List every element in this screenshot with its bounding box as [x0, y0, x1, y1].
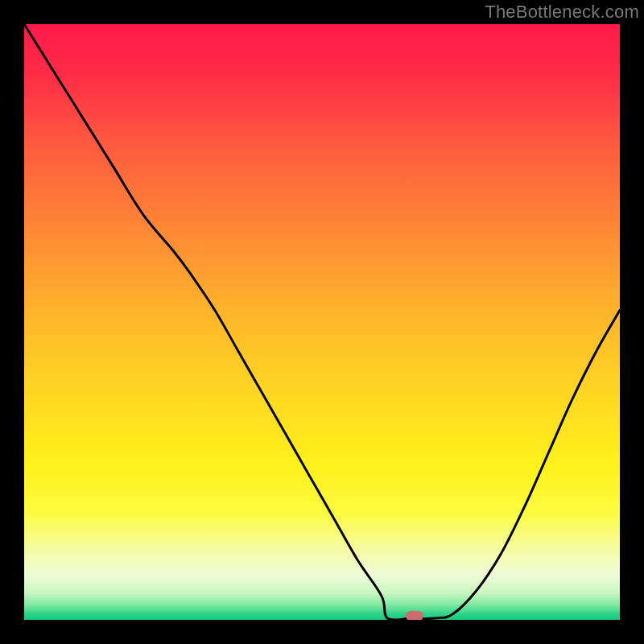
plot-area — [24, 24, 620, 620]
gradient-bg — [24, 24, 620, 620]
curve-line — [24, 24, 620, 620]
watermark: TheBottleneck.com — [485, 2, 639, 23]
chart-container: TheBottleneck.com — [0, 0, 644, 644]
optimal-marker — [406, 611, 423, 620]
